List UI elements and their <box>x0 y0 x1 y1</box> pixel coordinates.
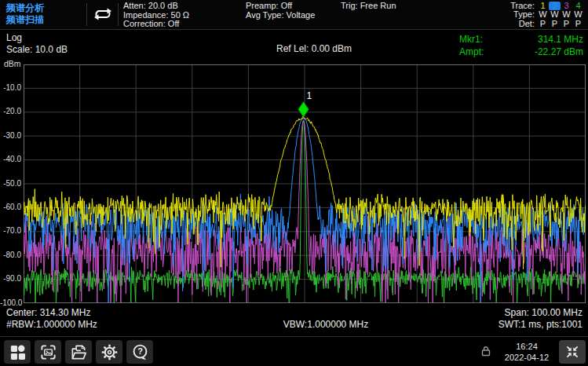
spectrum-plot: 1 <box>24 64 586 303</box>
marker-ampt-label: Ampt: <box>459 46 484 58</box>
y-tick-label: -80.0 <box>0 251 21 259</box>
preamp-readout: Preamp: Off <box>246 2 315 11</box>
apps-button[interactable] <box>4 340 31 364</box>
amplitude-scale-readout: Log Scale: 10.0 dB <box>6 32 68 56</box>
file-open-icon <box>70 343 88 361</box>
marker-freq: 314.1 MHz <box>538 33 583 46</box>
continuous-sweep-icon <box>91 6 115 22</box>
scale-value: Scale: 10.0 dB <box>6 44 68 56</box>
screen-capture-button[interactable] <box>35 340 61 364</box>
y-tick-label: -10.0 <box>0 83 21 92</box>
settings-button[interactable] <box>96 340 122 364</box>
svg-text:?: ? <box>137 346 143 356</box>
marker-ampt-value: -22.27 dBm <box>535 46 583 58</box>
trace-2-value[interactable]: P <box>549 20 561 28</box>
collapse-arrows-icon <box>564 344 580 360</box>
analyzer-screen: 频谱分析 频谱扫描 Atten: 20.0 dB Impedance: 50 Ω… <box>0 0 588 366</box>
continuous-sweep-button[interactable] <box>89 5 116 24</box>
apps-icon <box>9 344 26 361</box>
y-tick-label: -50.0 <box>0 179 21 188</box>
settings-gear-icon <box>100 343 119 361</box>
lock-status <box>480 345 492 357</box>
screen-capture-icon <box>39 343 57 361</box>
trace-4-value[interactable]: W <box>572 10 584 19</box>
clock-date: 2022-04-12 <box>497 352 557 363</box>
center-freq-readout: Center: 314.30 MHz <box>6 307 90 318</box>
avg-type-readout: Avg Type: Voltage <box>246 11 315 20</box>
y-tick-label: -30.0 <box>0 131 21 140</box>
trace-3-value[interactable]: P <box>561 20 572 28</box>
rbw-readout: #RBW:1.000000 MHz <box>6 319 97 330</box>
fullscreen-toggle-button[interactable] <box>559 340 586 364</box>
scale-type: Log <box>6 32 68 44</box>
input-settings-readout: Atten: 20.0 dB Impedance: 50 Ω Correctio… <box>123 2 189 29</box>
sweep-time-readout: SWT:1 ms, pts:1001 <box>499 319 583 330</box>
spectrum-chart-svg: 1 <box>24 64 586 303</box>
y-tick-label: -40.0 <box>0 155 21 163</box>
lock-icon <box>480 345 492 357</box>
top-status-bar: 频谱分析 频谱扫描 Atten: 20.0 dB Impedance: 50 Ω… <box>0 0 588 30</box>
divider <box>118 3 119 26</box>
marker-label: Mkr1: <box>459 33 483 46</box>
trace-4-value[interactable]: P <box>572 20 584 28</box>
y-tick-label: -20.0 <box>0 107 21 115</box>
marker-readout: Mkr1: 314.1 MHz Ampt: -22.27 dBm <box>459 33 583 58</box>
amp-settings-readout: Preamp: Off Avg Type: Voltage <box>246 2 315 20</box>
taskbar: ? 16:24 2022-04-12 <box>0 336 588 366</box>
help-icon: ? <box>131 343 149 361</box>
atten-readout: Atten: 20.0 dB <box>123 2 189 11</box>
span-readout: Span: 100.00 MHz <box>505 307 583 318</box>
vbw-readout: VBW:1.000000 MHz <box>243 319 408 330</box>
trigger-readout: Trig: Free Run <box>341 2 396 11</box>
divider <box>86 3 87 26</box>
trace-det-row: Det: PPPP <box>510 20 584 28</box>
trace-2-value[interactable]: W <box>549 10 561 19</box>
clock-datetime[interactable]: 16:24 2022-04-12 <box>497 341 557 363</box>
file-open-button[interactable] <box>65 340 92 364</box>
y-tick-label: -60.0 <box>0 203 21 211</box>
trace-type-row: Type: WWWW <box>510 10 584 19</box>
marker-1-label: 1 <box>307 90 312 101</box>
trace-status-table[interactable]: Trace: 1234 Type: WWWW Det: PPPP <box>510 2 584 28</box>
ref-level-readout: Ref Lel: 0.00 dBm <box>239 43 389 54</box>
clock-time: 16:24 <box>497 341 557 352</box>
trace-1-value[interactable]: P <box>537 20 549 28</box>
det-label: Det: <box>519 20 535 28</box>
mode-line-1: 频谱分析 <box>6 2 44 14</box>
trace-1-value[interactable]: W <box>537 10 549 19</box>
mode-line-2: 频谱扫描 <box>6 14 44 26</box>
trace-3-value[interactable]: W <box>561 10 572 19</box>
y-axis-unit-label: dBm <box>4 59 21 68</box>
y-tick-label: -90.0 <box>0 274 21 283</box>
y-tick-label: -100.0 <box>0 298 21 307</box>
type-label: Type: <box>513 10 535 19</box>
help-button[interactable]: ? <box>126 340 153 364</box>
correction-readout: Correction: Off <box>123 20 189 29</box>
mode-switcher[interactable]: 频谱分析 频谱扫描 <box>6 2 44 26</box>
y-tick-label: -70.0 <box>0 226 21 235</box>
marker-1-diamond-icon[interactable] <box>298 102 309 117</box>
